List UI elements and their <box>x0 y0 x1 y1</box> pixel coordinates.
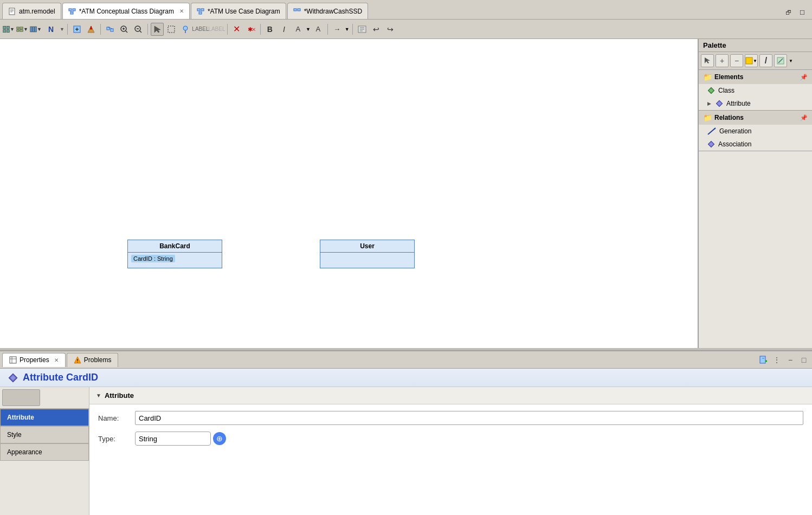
svg-point-67 <box>77 362 78 363</box>
svg-rect-51 <box>746 57 752 64</box>
select-btn[interactable] <box>151 23 164 36</box>
zoom-in-btn[interactable] <box>118 23 131 36</box>
maximize-btn[interactable]: ☐ <box>796 6 809 19</box>
bold-btn[interactable]: B <box>263 23 276 36</box>
props-nav-appearance[interactable]: Appearance <box>0 443 89 461</box>
uml-class-bankcard[interactable]: BankCard CardID : String <box>127 240 222 268</box>
palette-edit-btn[interactable] <box>774 54 787 67</box>
tab-properties[interactable]: Properties ✕ <box>2 353 66 367</box>
create-node-btn[interactable] <box>70 23 83 36</box>
tab-close-class-diagram[interactable]: ✕ <box>179 8 184 14</box>
svg-rect-15 <box>7 26 9 29</box>
palette-line-btn[interactable]: / <box>759 54 772 67</box>
svg-rect-31 <box>111 29 113 31</box>
zoom-in-icon <box>120 25 128 34</box>
svg-rect-18 <box>17 27 19 28</box>
palette-item-association-label: Association <box>718 140 751 148</box>
delete-btn[interactable]: ✕ <box>230 23 243 36</box>
palette-color-btn[interactable]: ▼ <box>745 54 758 67</box>
bottom-menu-btn[interactable]: ⋮ <box>771 354 783 366</box>
palette-zoom-out-btn[interactable]: − <box>730 54 743 67</box>
svg-rect-68 <box>760 356 765 363</box>
bottom-new-btn[interactable] <box>757 354 769 366</box>
props-section-attribute-header[interactable]: ▼ Attribute <box>89 387 812 404</box>
palette-item-association[interactable]: Association <box>699 138 812 151</box>
arrow-style-btn[interactable]: → <box>331 23 344 36</box>
italic-btn[interactable]: I <box>278 23 291 36</box>
redo-btn[interactable]: ↪ <box>384 23 397 36</box>
svg-rect-62 <box>10 357 16 363</box>
font-size-btn[interactable]: A <box>312 23 325 36</box>
label-btn-1[interactable]: LABEL <box>193 23 208 36</box>
palette-section-elements-header[interactable]: 📁 Elements 📌 <box>699 70 812 84</box>
tab-problems[interactable]: Problems <box>67 353 119 367</box>
main-toolbar: ▼ ▼ ▼ N ▼ <box>0 20 812 39</box>
uml-class-user-body <box>320 253 414 268</box>
svg-text:✕: ✕ <box>252 27 255 33</box>
svg-line-39 <box>140 31 141 33</box>
palette-item-attribute[interactable]: ▶ Attribute <box>699 97 812 110</box>
collapse-icon: ▼ <box>96 392 101 398</box>
props-form: Name: Type: String Integer Boolean Doubl… <box>89 404 812 459</box>
props-nav-style[interactable]: Style <box>0 426 89 443</box>
bottom-minimize-btn[interactable]: − <box>784 354 796 366</box>
tab-atm-remodel[interactable]: atm.remodel <box>2 3 61 19</box>
restore-btn[interactable]: 🗗 <box>782 6 795 19</box>
tab-properties-close[interactable]: ✕ <box>54 357 59 363</box>
uml-class-bankcard-header: BankCard <box>128 240 222 253</box>
canvas[interactable]: BankCard CardID : String User <box>0 39 698 348</box>
edit-mode-btn[interactable] <box>85 23 98 36</box>
grid-view-btn[interactable]: ▼ <box>2 23 15 36</box>
sep6 <box>327 24 328 35</box>
label-btn-2[interactable]: LABEL <box>209 23 224 36</box>
bottom-maximize-btn[interactable]: □ <box>798 354 810 366</box>
palette-item-generation[interactable]: Generation <box>699 125 812 138</box>
layout-btn[interactable]: ▼ <box>16 23 29 36</box>
delete-all-icon: ✱ ✕ <box>247 25 255 34</box>
relations-section-pin[interactable]: 📌 <box>800 114 808 121</box>
svg-rect-16 <box>3 29 6 32</box>
uml-class-user[interactable]: User <box>320 240 415 268</box>
create-icon <box>73 25 81 34</box>
tab-class-diagram[interactable]: *ATM Conceptual Class Diagram ✕ <box>62 3 190 19</box>
uml-class-user-name: User <box>360 242 375 250</box>
bankcard-attr-cardid[interactable]: CardID : String <box>131 255 175 262</box>
marquee-btn[interactable] <box>165 23 178 36</box>
palette-edit-icon <box>777 57 784 65</box>
grid-icon <box>3 25 10 34</box>
type-select-arrow-btn[interactable]: ⊕ <box>213 432 226 445</box>
properties-btn[interactable] <box>356 23 369 36</box>
connect-icon <box>106 25 114 34</box>
zoom-out-btn[interactable] <box>132 23 145 36</box>
column-view-btn[interactable]: ▼ <box>29 23 42 36</box>
relations-folder-icon: 📁 <box>703 113 712 122</box>
diagram-icon-3 <box>293 8 301 15</box>
palette-section-relations-header[interactable]: 📁 Relations 📌 <box>699 111 812 125</box>
tab-withdraw-ssd[interactable]: *WithdrawCashSSD <box>287 3 368 19</box>
color-arrow: ▼ <box>753 59 757 63</box>
elements-section-pin[interactable]: 📌 <box>800 74 808 81</box>
props-type-select[interactable]: String Integer Boolean Double void <box>135 432 211 446</box>
font-btn[interactable]: A <box>292 23 305 36</box>
svg-marker-50 <box>705 57 710 63</box>
attribute-diamond-icon <box>716 100 723 107</box>
palette-select-btn[interactable] <box>701 54 714 67</box>
diagram-icon-1 <box>68 8 76 15</box>
nav-btn[interactable]: N <box>43 23 59 36</box>
props-type-wrapper: String Integer Boolean Double void ⊕ <box>135 432 226 446</box>
undo-btn[interactable]: ↩ <box>370 23 383 36</box>
pin-btn[interactable] <box>179 23 192 36</box>
tab-use-case[interactable]: *ATM Use Case Diagram <box>191 3 286 19</box>
uml-class-user-header: User <box>320 240 414 253</box>
properties-icon <box>358 25 366 34</box>
props-nav-attribute[interactable]: Attribute <box>0 409 89 426</box>
palette-item-class[interactable]: Class <box>699 84 812 97</box>
delete-all-btn[interactable]: ✱ ✕ <box>244 23 257 36</box>
palette-zoom-in-btn[interactable]: + <box>716 54 729 67</box>
props-name-input[interactable] <box>135 411 803 425</box>
zoom-out-icon <box>134 25 143 34</box>
svg-rect-17 <box>7 29 9 32</box>
connect-btn[interactable] <box>104 23 117 36</box>
svg-rect-11 <box>199 12 202 14</box>
tab-label-withdraw-ssd: *WithdrawCashSSD <box>304 8 362 15</box>
